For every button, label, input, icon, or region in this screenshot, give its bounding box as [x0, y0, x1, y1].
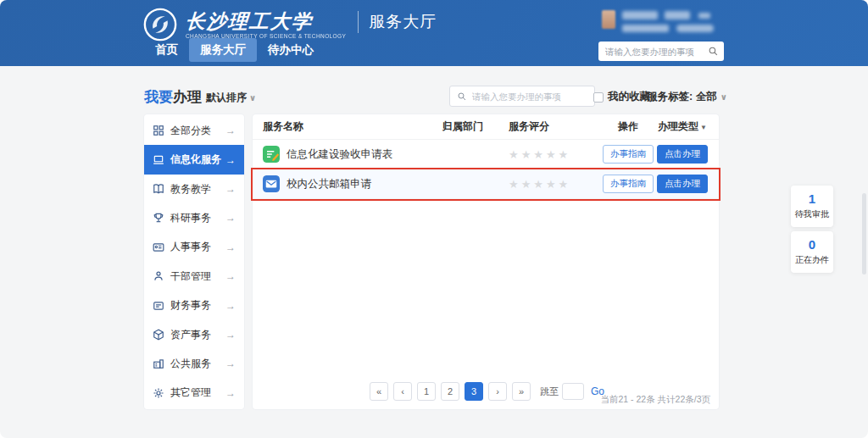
favorites-label: 我的收藏: [608, 90, 650, 104]
user-dept-redacted: [622, 25, 669, 32]
search-icon[interactable]: [708, 46, 719, 57]
first-page-button[interactable]: «: [370, 382, 388, 401]
last-page-button[interactable]: »: [512, 382, 531, 401]
logo-area: 长沙理工大学 CHANGSHA UNIVERSITY OF SCIENCE & …: [142, 7, 437, 42]
user-badge-redacted: [676, 25, 714, 32]
header-search-box: [598, 42, 724, 61]
prev-page-button[interactable]: ‹: [393, 382, 412, 401]
table-row-highlighted[interactable]: 校内公共邮箱申请 ★★★★★ 办事指南 点击办理: [253, 169, 719, 199]
service-name[interactable]: 校内公共邮箱申请: [287, 177, 371, 191]
service-name-cell: 信息化建设验收申请表: [263, 146, 442, 163]
favorites-checkbox[interactable]: [593, 92, 604, 103]
table-row[interactable]: 信息化建设验收申请表 ★★★★★ 办事指南 点击办理: [253, 140, 719, 169]
chevron-down-icon: ∨: [249, 93, 256, 103]
sidebar-item-it-services[interactable]: 信息化服务 →: [144, 145, 244, 174]
university-name: 长沙理工大学: [185, 10, 347, 32]
sidebar-item-cadre-management[interactable]: 干部管理 →: [144, 262, 244, 291]
green-doc-icon: [263, 146, 280, 163]
service-list-panel: 服务名称 归属部门 服务评分 操作 办理类型▼ 信息化建设验收申请表 ★★★★★: [253, 114, 719, 409]
action-cell: 办事指南: [600, 145, 656, 164]
in-progress-card[interactable]: 0 正在办件: [791, 231, 833, 273]
arrow-right-icon: →: [225, 154, 236, 166]
column-header-type[interactable]: 办理类型▼: [656, 119, 709, 134]
service-name[interactable]: 信息化建设验收申请表: [287, 147, 392, 162]
sidebar-item-label: 教务教学: [170, 182, 225, 197]
sidebar-item-label: 财务事务: [170, 298, 225, 313]
user-name-redacted: [622, 11, 658, 19]
nav-item-home[interactable]: 首页: [144, 38, 189, 62]
column-header-department: 归属部门: [442, 119, 509, 134]
action-cell: 办事指南: [600, 175, 656, 193]
type-cell: 点击办理: [656, 175, 709, 193]
sidebar-item-label: 其它管理: [170, 385, 225, 400]
sidebar-item-label: 干部管理: [170, 269, 225, 284]
type-cell: 点击办理: [656, 145, 709, 164]
table-header-row: 服务名称 归属部门 服务评分 操作 办理类型▼: [253, 114, 719, 140]
guide-button[interactable]: 办事指南: [603, 175, 654, 193]
jump-to-label: 跳至: [540, 385, 559, 398]
star-rating-icons[interactable]: ★★★★★: [509, 148, 570, 161]
arrow-right-icon: →: [225, 387, 236, 399]
sidebar-item-label: 公共服务: [170, 357, 225, 371]
user-tag-redacted: [698, 13, 710, 19]
sort-label: 默认排序: [206, 91, 247, 103]
box-icon: [153, 329, 164, 341]
service-search-box: [449, 86, 595, 107]
nav-item-todo-center[interactable]: 待办中心: [257, 38, 325, 62]
next-page-button[interactable]: ›: [488, 382, 507, 401]
sidebar-item-all-categories[interactable]: 全部分类 →: [144, 116, 244, 145]
apply-button[interactable]: 点击办理: [657, 145, 708, 164]
user-id-redacted: [665, 11, 690, 19]
arrow-right-icon: →: [225, 212, 236, 224]
page-button-1[interactable]: 1: [417, 382, 436, 401]
page-button-3-active[interactable]: 3: [465, 382, 483, 401]
scrollbar[interactable]: [862, 193, 866, 274]
laptop-icon: [153, 154, 164, 166]
tag-value: 全部: [696, 91, 717, 103]
sidebar-item-label: 人事事务: [170, 240, 225, 254]
rating-cell: ★★★★★: [509, 147, 600, 162]
pending-approval-label: 待我审批: [791, 208, 833, 220]
star-rating-icons[interactable]: ★★★★★: [509, 178, 570, 191]
caret-down-icon: ▼: [700, 124, 707, 131]
jump-page-input[interactable]: [562, 383, 584, 400]
chevron-down-icon: ∨: [721, 92, 727, 102]
user-info-redacted[interactable]: [598, 8, 734, 36]
sidebar-item-finance-affairs[interactable]: 财务事务 →: [144, 291, 244, 319]
trophy-icon: [153, 212, 164, 224]
gear-icon: [153, 387, 164, 399]
guide-button[interactable]: 办事指南: [603, 145, 654, 164]
sidebar-item-label: 信息化服务: [170, 152, 225, 167]
sidebar-item-academic-affairs[interactable]: 教务教学 →: [144, 175, 244, 203]
in-progress-label: 正在办件: [791, 254, 833, 266]
logo-divider: [358, 11, 359, 33]
in-progress-count: 0: [791, 237, 833, 252]
arrow-right-icon: →: [225, 183, 236, 195]
service-name-cell: 校内公共邮箱申请: [263, 175, 442, 192]
nav-item-service-hall[interactable]: 服务大厅: [189, 38, 257, 62]
id-card-icon: [153, 241, 164, 253]
apply-button[interactable]: 点击办理: [657, 175, 708, 193]
my-favorites-filter[interactable]: 我的收藏: [593, 90, 650, 104]
column-header-rating: 服务评分: [509, 119, 600, 134]
sidebar-item-label: 全部分类: [170, 124, 225, 138]
arrow-right-icon: →: [225, 125, 236, 136]
university-logo-icon: [142, 7, 178, 42]
avatar[interactable]: [602, 10, 615, 29]
page-button-2[interactable]: 2: [441, 382, 459, 401]
portal-header: 长沙理工大学 CHANGSHA UNIVERSITY OF SCIENCE & …: [0, 0, 868, 66]
sidebar-item-other-management[interactable]: 其它管理 →: [144, 379, 244, 408]
sidebar-item-asset-affairs[interactable]: 资产事务 →: [144, 320, 244, 349]
service-tag-dropdown[interactable]: 服务标签: 全部∨: [647, 90, 727, 104]
service-search-input[interactable]: [472, 91, 587, 102]
blue-mail-icon: [263, 175, 280, 192]
header-search-input[interactable]: [605, 47, 708, 57]
page-title: 我要办理: [144, 87, 202, 107]
pending-approval-card[interactable]: 1 待我审批: [791, 186, 833, 227]
sidebar-item-research-affairs[interactable]: 科研事务 →: [144, 203, 244, 232]
arrow-right-icon: →: [225, 329, 236, 341]
sidebar-item-hr-affairs[interactable]: 人事事务 →: [144, 233, 244, 262]
sidebar-item-public-services[interactable]: 公共服务 →: [144, 349, 244, 378]
page-title-accent: 我要: [144, 89, 173, 105]
sort-dropdown[interactable]: 默认排序∨: [206, 91, 256, 105]
